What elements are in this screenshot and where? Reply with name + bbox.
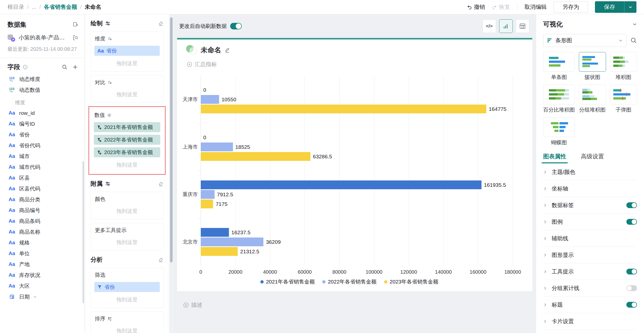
bar[interactable] <box>201 200 213 208</box>
save-dropdown-button[interactable] <box>624 1 636 13</box>
field-item[interactable]: Aa产地 <box>8 259 85 270</box>
field-item[interactable]: Aa库存状况 <box>8 270 85 280</box>
scrollbar-thumb[interactable] <box>170 17 173 262</box>
field-pill[interactable]: Aa省份 <box>94 46 160 56</box>
chart-type-card[interactable]: 单条图 <box>543 52 575 81</box>
auto-refresh-toggle[interactable] <box>230 23 242 29</box>
bar[interactable] <box>201 190 215 199</box>
save-button[interactable]: 保存 <box>595 1 624 13</box>
drop-zone[interactable]: 排序AZ拖到这里 <box>91 311 164 333</box>
save-as-button[interactable]: 另存为 <box>554 1 588 13</box>
bar[interactable] <box>201 95 219 104</box>
accordion-toggle[interactable] <box>626 302 637 308</box>
accordion-toggle[interactable] <box>626 202 637 208</box>
drop-zone[interactable]: 颜色拖到这里 <box>91 192 164 219</box>
legend-item[interactable]: 2021年各省销售金额 <box>260 278 315 285</box>
breadcrumb-item[interactable]: 未命名 <box>85 3 101 11</box>
bar[interactable] <box>201 152 310 161</box>
breadcrumb-item[interactable]: 根目录 <box>8 3 24 11</box>
accordion-item[interactable]: 坐标轴 <box>543 180 637 197</box>
field-item-date[interactable]: 日期 <box>8 291 85 302</box>
drop-zone[interactable]: 维度Aa省份拖到这里 <box>91 31 164 72</box>
accordion-item[interactable]: 工具提示 <box>543 263 637 280</box>
field-pill[interactable]: 2022年各省销售金额 <box>94 135 160 145</box>
bar[interactable] <box>201 247 238 256</box>
field-item[interactable]: Aa城市代码 <box>8 162 85 172</box>
field-item[interactable]: Aa商品名称 <box>8 226 85 237</box>
accordion-item[interactable]: 辅助线 <box>543 230 637 247</box>
chart-type-card[interactable]: 子弹图 <box>610 85 637 113</box>
accordion-toggle[interactable] <box>626 219 637 225</box>
field-item[interactable]: Aa单位 <box>8 248 85 259</box>
field-item[interactable]: Aarow_id <box>8 108 85 118</box>
table-view-button[interactable] <box>516 19 529 33</box>
field-item[interactable]: Aa编号ID <box>8 118 85 129</box>
add-field-icon[interactable] <box>72 64 78 70</box>
chart-type-card[interactable]: 分组堆积图 <box>579 85 606 113</box>
tab-advanced-settings[interactable]: 高级设置 <box>581 153 604 163</box>
tab-chart-properties[interactable]: 图表属性 <box>543 153 566 163</box>
code-view-button[interactable]: </> <box>482 19 496 33</box>
redo-button[interactable]: 恢复 <box>492 3 510 11</box>
undo-button[interactable]: 撤销 <box>467 3 485 11</box>
eraser-icon[interactable] <box>158 21 164 26</box>
accordion-toggle[interactable] <box>626 269 637 274</box>
field-item[interactable]: Aa大区 <box>8 280 85 291</box>
bar[interactable] <box>201 180 481 189</box>
eraser-icon[interactable] <box>158 257 164 262</box>
field-pill[interactable]: 省份 <box>94 282 160 292</box>
accordion-item[interactable]: 数据标签 <box>543 197 637 214</box>
field-item[interactable]: Aa省份 <box>8 129 85 140</box>
breadcrumb-item[interactable]: 各省销售金额 <box>44 3 77 11</box>
field-item[interactable]: Aa区县代码 <box>8 183 85 194</box>
bar[interactable] <box>201 105 486 113</box>
chart-type-card[interactable]: 堆积图 <box>610 52 637 81</box>
field-item[interactable]: Aa商品编号 <box>8 205 85 216</box>
bar[interactable] <box>201 142 233 151</box>
cancel-edit-button[interactable]: 取消编辑 <box>525 3 547 11</box>
field-item[interactable]: Aa城市 <box>8 151 85 162</box>
chart-type-card[interactable]: 蝴蝶图 <box>543 117 575 146</box>
drop-zone[interactable]: 对比拖到这里 <box>91 75 164 103</box>
add-description-button[interactable]: 描述 <box>174 291 536 309</box>
field-item[interactable]: Aa区县 <box>8 172 85 183</box>
chart-type-card[interactable]: 簇状图 <box>579 52 606 81</box>
chart-view-button[interactable] <box>499 19 513 33</box>
drop-zone[interactable]: 筛选省份拖到这里 <box>91 268 164 308</box>
field-item[interactable]: Aa商品分类 <box>8 194 85 205</box>
accordion-item[interactable]: 分组累计线 <box>543 280 637 297</box>
field-item[interactable]: Aa商品条码 <box>8 216 85 226</box>
field-pill[interactable]: 2021年各省销售金额 <box>94 122 160 132</box>
collapse-panel-icon[interactable] <box>632 22 637 26</box>
field-item[interactable]: Aa规格 <box>8 237 85 248</box>
accordion-item[interactable]: 图形显示 <box>543 247 637 263</box>
accordion-item[interactable]: 图例 <box>543 214 637 230</box>
breadcrumb-item[interactable]: ... <box>32 4 36 10</box>
chart-type-card[interactable]: 百分比堆积图 <box>543 85 575 113</box>
drop-zone[interactable]: 更多工具提示拖到这里 <box>91 223 164 251</box>
bar[interactable] <box>201 228 229 237</box>
field-item[interactable]: 123动态数值 <box>8 84 85 95</box>
fields-scrollbar[interactable] <box>83 161 84 303</box>
field-item[interactable]: Aa省份代码 <box>8 140 85 151</box>
field-pill[interactable]: 2023年各省销售金额 <box>94 147 160 157</box>
search-chart-type-icon[interactable] <box>630 37 637 44</box>
legend-item[interactable]: 2023年各省销售金额 <box>384 278 438 285</box>
add-summary-button[interactable]: 汇总指标 <box>186 55 532 68</box>
switch-dataset-icon[interactable] <box>72 22 78 28</box>
chart-type-select[interactable]: 条形图 <box>543 34 626 47</box>
accordion-toggle[interactable] <box>626 285 637 291</box>
edit-title-icon[interactable] <box>225 47 230 53</box>
accordion-item[interactable]: 卡片设置 <box>543 313 637 330</box>
search-fields-icon[interactable] <box>62 64 67 70</box>
eraser-icon[interactable] <box>158 181 164 186</box>
dataset-row[interactable]: 小策的表单-产品练习... <box>0 29 85 42</box>
bar[interactable] <box>201 237 263 246</box>
preview-dataset-icon[interactable] <box>72 35 78 41</box>
legend-item[interactable]: 2022年各省销售金额 <box>322 278 377 285</box>
accordion-item[interactable]: 主题/颜色 <box>543 164 637 180</box>
accordion-item[interactable]: 标题 <box>543 297 637 313</box>
drop-zone[interactable]: 数值2021年各省销售金额2022年各省销售金额2023年各省销售金额拖到这里 <box>90 108 164 173</box>
draw-panel-scrollbar[interactable] <box>169 14 174 333</box>
field-item[interactable]: 123动态维度 <box>8 74 85 84</box>
